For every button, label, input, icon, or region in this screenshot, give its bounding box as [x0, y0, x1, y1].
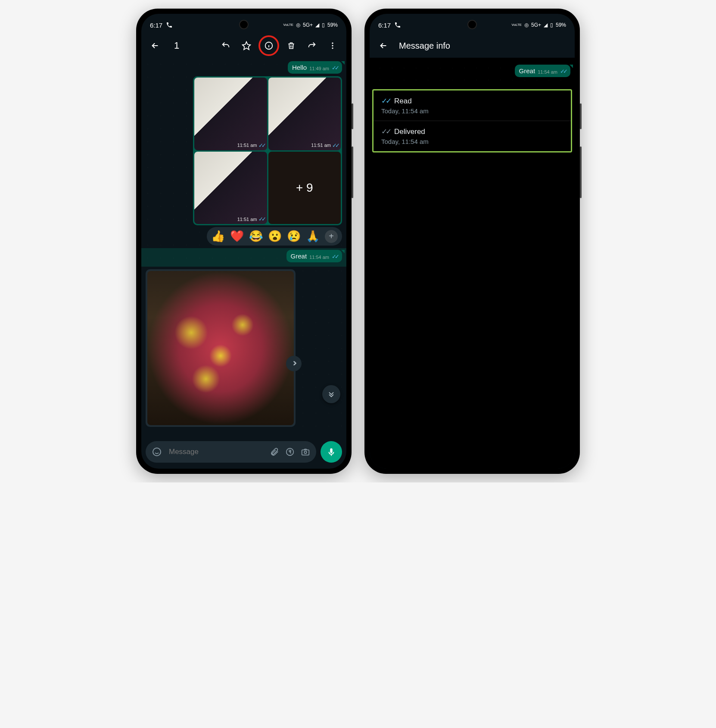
info-button-highlight	[258, 35, 279, 56]
incoming-photo-message[interactable]	[146, 269, 296, 427]
reaction-pray[interactable]: 🙏	[306, 230, 320, 243]
network-icon: 5G+	[303, 22, 313, 28]
delivered-status-row: ✓✓ Delivered Today, 11:54 am	[374, 121, 571, 151]
call-icon	[394, 22, 401, 28]
battery-icon: ▯	[322, 22, 325, 28]
reaction-laugh[interactable]: 😂	[249, 230, 263, 243]
media-album[interactable]: 11:51 am✓✓ 11:51 am✓✓ 11:51 am✓✓ + 9	[193, 76, 342, 225]
selection-header: 1	[141, 34, 346, 58]
reaction-wow[interactable]: 😮	[268, 230, 282, 243]
msg-time: 11:54 am	[309, 255, 329, 260]
status-time: 6:17	[150, 22, 162, 29]
delete-button[interactable]	[283, 37, 300, 54]
message-info-header: Message info	[370, 34, 575, 58]
read-ticks-icon: ✓✓	[332, 65, 338, 71]
read-status-row: ✓✓ Read Today, 11:54 am	[374, 90, 571, 121]
more-button[interactable]	[324, 37, 341, 54]
svg-point-3	[332, 47, 333, 49]
payment-button[interactable]	[285, 447, 295, 457]
flowers-photo	[147, 271, 294, 425]
msg-great-selected[interactable]: Great 11:54 am ✓✓	[286, 250, 342, 262]
selected-message-highlight: Great 11:54 am ✓✓	[141, 248, 346, 267]
svg-point-7	[304, 451, 307, 454]
message-input-bar	[141, 438, 346, 469]
svg-point-2	[332, 45, 333, 46]
status-section-highlight: ✓✓ Read Today, 11:54 am ✓✓ Delivered Tod…	[372, 89, 572, 152]
msg-time: 11:54 am	[538, 69, 557, 75]
info-button[interactable]	[262, 39, 276, 53]
camera-button[interactable]	[301, 447, 310, 457]
msg-time: 11:49 am	[309, 66, 329, 71]
reply-button[interactable]	[217, 37, 234, 54]
call-icon	[166, 22, 173, 28]
back-button[interactable]	[375, 37, 392, 54]
svg-point-4	[153, 448, 161, 456]
reaction-thumbs-up[interactable]: 👍	[211, 230, 225, 243]
hotspot-icon: ◎	[524, 22, 529, 28]
read-ticks-icon: ✓✓	[381, 96, 390, 106]
signal-icon: ◢	[315, 22, 319, 28]
delivered-timestamp: Today, 11:54 am	[381, 138, 563, 145]
scroll-to-bottom-button[interactable]	[322, 385, 340, 403]
read-ticks-icon: ✓✓	[258, 142, 265, 149]
media-thumb-1[interactable]: 11:51 am✓✓	[194, 78, 267, 150]
reaction-sad[interactable]: 😢	[287, 230, 301, 243]
volte-icon: VoLTE	[283, 23, 293, 27]
reaction-bar: 👍 ❤️ 😂 😮 😢 🙏 +	[207, 227, 342, 246]
star-button[interactable]	[238, 37, 255, 54]
network-icon: 5G+	[531, 22, 541, 28]
read-timestamp: Today, 11:54 am	[381, 107, 563, 115]
battery-icon: ▯	[550, 22, 553, 28]
battery-pct: 59%	[327, 22, 338, 28]
msg-great-preview: Great 11:54 am ✓✓	[515, 65, 570, 77]
media-thumb-2[interactable]: 11:51 am✓✓	[268, 78, 341, 150]
svg-point-1	[332, 43, 333, 44]
volte-icon: VoLTE	[512, 23, 522, 27]
selection-count: 1	[174, 40, 214, 51]
forward-button[interactable]	[303, 37, 321, 54]
battery-pct: 59%	[556, 22, 566, 28]
hotspot-icon: ◎	[296, 22, 300, 28]
attach-button[interactable]	[270, 447, 279, 457]
media-thumb-3[interactable]: 11:51 am✓✓	[194, 152, 267, 224]
delivered-label: Delivered	[394, 128, 425, 136]
forward-chip-button[interactable]	[286, 356, 302, 371]
back-button[interactable]	[146, 37, 164, 54]
msg-text: Great	[291, 252, 307, 260]
media-time: 11:51 am	[311, 143, 331, 148]
chat-area: Hello 11:49 am ✓✓ 11:51 am✓✓ 11:51 am✓✓ …	[141, 58, 346, 438]
reaction-heart[interactable]: ❤️	[230, 230, 244, 243]
signal-icon: ◢	[544, 22, 548, 28]
msg-hello[interactable]: Hello 11:49 am ✓✓	[288, 61, 342, 74]
message-input[interactable]	[168, 447, 264, 457]
read-ticks-icon: ✓✓	[560, 68, 566, 75]
media-more-label: + 9	[296, 181, 313, 195]
msg-text: Great	[519, 67, 535, 75]
page-title: Message info	[399, 41, 450, 51]
read-label: Read	[394, 97, 412, 106]
phone-mock-left: 6:17 VoLTE ◎ 5G+ ◢ ▯ 59% 1	[136, 9, 352, 474]
read-ticks-icon: ✓✓	[258, 216, 265, 222]
media-thumb-more[interactable]: + 9	[268, 152, 341, 224]
message-info-body: Great 11:54 am ✓✓ ✓✓ Read Today, 11:54 a…	[370, 58, 575, 469]
status-time: 6:17	[378, 22, 391, 29]
mic-button[interactable]	[321, 441, 342, 463]
media-time: 11:51 am	[237, 143, 257, 148]
read-ticks-icon: ✓✓	[332, 142, 338, 149]
delivered-ticks-icon: ✓✓	[381, 127, 390, 136]
svg-rect-6	[302, 450, 309, 455]
media-time: 11:51 am	[237, 217, 257, 222]
read-ticks-icon: ✓✓	[332, 253, 338, 260]
msg-text: Hello	[292, 64, 307, 71]
reaction-add-button[interactable]: +	[325, 230, 338, 243]
phone-mock-right: 6:17 VoLTE ◎ 5G+ ◢ ▯ 59% Message info	[364, 9, 580, 474]
emoji-button[interactable]	[152, 447, 162, 457]
